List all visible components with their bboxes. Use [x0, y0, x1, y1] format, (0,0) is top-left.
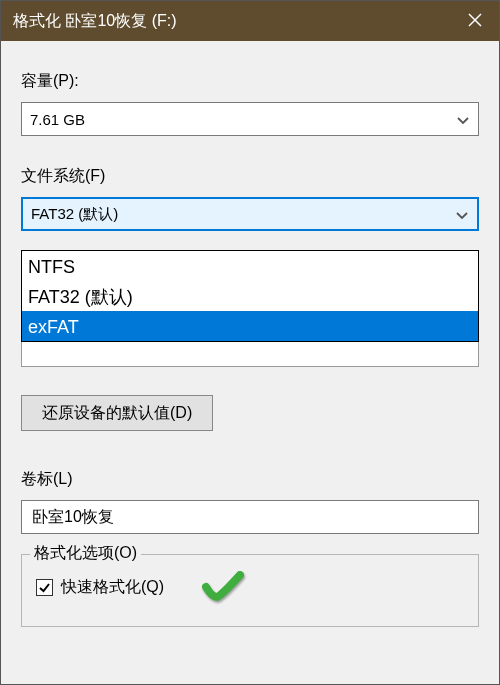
close-icon: [468, 13, 482, 30]
filesystem-label: 文件系统(F): [21, 166, 479, 187]
titlebar: 格式化 卧室10恢复 (F:): [1, 1, 499, 41]
volume-label-label: 卷标(L): [21, 469, 479, 490]
filesystem-option-exfat[interactable]: exFAT: [22, 311, 478, 341]
restore-defaults-button[interactable]: 还原设备的默认值(D): [21, 395, 213, 431]
chevron-down-icon: [455, 206, 469, 223]
format-dialog: 格式化 卧室10恢复 (F:) 容量(P): 7.61 GB 文件系统(F) F…: [0, 0, 500, 685]
checkbox-icon: [36, 579, 53, 596]
filesystem-option-ntfs[interactable]: NTFS: [22, 251, 478, 281]
filesystem-dropdown-list: NTFS FAT32 (默认) exFAT: [21, 250, 479, 342]
format-options-legend: 格式化选项(O): [30, 543, 141, 564]
capacity-label: 容量(P):: [21, 71, 479, 92]
close-button[interactable]: [451, 1, 499, 41]
filesystem-selected-value: FAT32 (默认): [31, 205, 118, 224]
capacity-select[interactable]: 7.61 GB: [21, 102, 479, 136]
chevron-down-icon: [456, 111, 470, 128]
format-options-group: 格式化选项(O) 快速格式化(Q): [21, 554, 479, 627]
filesystem-option-fat32[interactable]: FAT32 (默认): [22, 281, 478, 311]
capacity-value: 7.61 GB: [30, 111, 85, 128]
annotation-check-icon: [202, 569, 244, 606]
volume-label-field[interactable]: [30, 507, 470, 527]
filesystem-select[interactable]: FAT32 (默认): [21, 197, 479, 231]
window-title: 格式化 卧室10恢复 (F:): [13, 11, 177, 32]
dialog-body: 容量(P): 7.61 GB 文件系统(F) FAT32 (默认) 还原设备的默…: [1, 41, 499, 639]
volume-label-input[interactable]: [21, 500, 479, 534]
quick-format-label: 快速格式化(Q): [61, 577, 164, 598]
quick-format-checkbox[interactable]: 快速格式化(Q): [36, 577, 464, 598]
